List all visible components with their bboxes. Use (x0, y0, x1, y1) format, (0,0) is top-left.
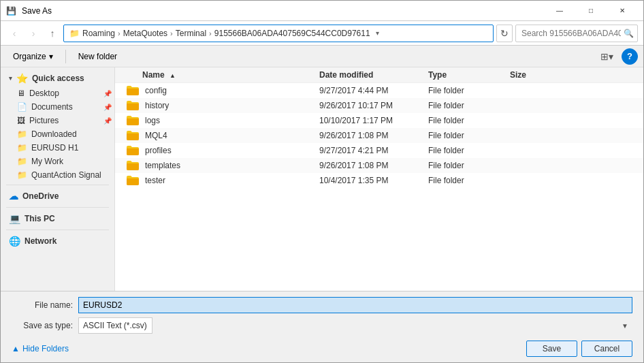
path-id[interactable]: 915566BA06ADA407569C544CC0D97611 (214, 29, 370, 38)
sidebar-item-quantaction[interactable]: 📁 QuantAction Signal (1, 168, 114, 182)
file-type: File folder (428, 146, 510, 155)
col-header-size[interactable]: Size (510, 70, 564, 80)
downloaded-label: Downloaded (31, 129, 77, 139)
sep1: › (118, 29, 120, 37)
file-type: File folder (428, 116, 510, 125)
search-input[interactable] (515, 25, 638, 42)
savetype-row: Save as type: ASCII Text (*.csv) CSV (*.… (12, 317, 632, 334)
quick-access-header[interactable]: ▾ ⭐ Quick access (1, 70, 114, 86)
sidebar-thispc[interactable]: 💻 This PC (1, 210, 114, 227)
file-name: tester (145, 176, 165, 185)
sidebar-network[interactable]: 🌐 Network (1, 233, 114, 249)
col-header-type[interactable]: Type (428, 70, 510, 80)
documents-icon: 📄 (17, 102, 27, 112)
savetype-label: Save as type: (12, 321, 73, 330)
file-date: 10/10/2017 1:17 PM (319, 116, 428, 125)
table-row[interactable]: profiles 9/27/2017 4:21 PM File folder (115, 143, 643, 158)
toolbar-right: ⊞ ▾ ? (597, 48, 638, 65)
file-type: File folder (428, 131, 510, 140)
help-button[interactable]: ? (622, 48, 638, 65)
back-button[interactable]: ‹ (6, 25, 22, 42)
path-terminal[interactable]: Terminal (176, 29, 206, 38)
savetype-select-wrapper: ASCII Text (*.csv) CSV (*.csv) Text (*.t… (78, 317, 632, 334)
minimize-button[interactable]: — (544, 1, 575, 21)
folder-icon (126, 85, 140, 96)
file-type: File folder (428, 101, 510, 110)
filename-label: File name: (12, 300, 73, 310)
pin-icon-documents: 📌 (103, 104, 112, 111)
quick-access-chevron: ▾ (9, 75, 12, 82)
file-name: history (145, 101, 169, 110)
sidebar-divider-3 (6, 230, 109, 230)
new-folder-label: New folder (78, 52, 117, 61)
sep3: › (209, 29, 212, 37)
main-content: ▾ ⭐ Quick access 🖥 Desktop 📌 📄 Documents… (1, 67, 643, 291)
sort-arrow-name: ▲ (170, 72, 176, 79)
window-title: Save As (22, 6, 52, 16)
sidebar-item-documents[interactable]: 📄 Documents 📌 (1, 100, 114, 114)
file-date: 9/27/2017 4:21 PM (319, 146, 428, 155)
sidebar-item-pictures[interactable]: 🖼 Pictures 📌 (1, 114, 114, 127)
table-row[interactable]: history 9/26/2017 10:17 PM File folder (115, 98, 643, 113)
filename-input[interactable] (78, 297, 632, 313)
up-button[interactable]: ↑ (44, 25, 61, 42)
file-date: 9/26/2017 1:08 PM (319, 161, 428, 170)
sidebar-item-desktop[interactable]: 🖥 Desktop 📌 (1, 86, 114, 100)
table-row[interactable]: logs 10/10/2017 1:17 PM File folder (115, 113, 643, 128)
table-row[interactable]: config 9/27/2017 4:44 PM File folder (115, 83, 643, 98)
desktop-label: Desktop (29, 89, 59, 98)
quantaction-folder-icon: 📁 (17, 170, 27, 180)
path-roaming[interactable]: Roaming (82, 29, 115, 38)
view-button[interactable]: ⊞ ▾ (597, 48, 616, 65)
onedrive-icon: ☁ (9, 191, 18, 202)
hide-folders-button[interactable]: ▲ Hide Folders (12, 344, 69, 353)
maximize-button[interactable]: □ (575, 1, 607, 21)
pictures-icon: 🖼 (17, 116, 25, 125)
network-icon: 🌐 (9, 236, 20, 247)
desktop-icon: 🖥 (17, 89, 25, 98)
address-path[interactable]: 📁 Roaming › MetaQuotes › Terminal › 9155… (63, 25, 494, 42)
path-metaquotes[interactable]: MetaQuotes (123, 29, 167, 38)
col-header-date[interactable]: Date modified (319, 70, 428, 80)
organize-label: Organize (13, 52, 46, 61)
folder-icon (126, 115, 140, 126)
action-row: ▲ Hide Folders Save Cancel (12, 338, 632, 357)
sidebar-item-mywork[interactable]: 📁 My Work (1, 155, 114, 168)
folder-icon (126, 175, 140, 186)
new-folder-button[interactable]: New folder (71, 48, 124, 65)
file-type: File folder (428, 161, 510, 170)
savetype-select[interactable]: ASCII Text (*.csv) CSV (*.csv) Text (*.t… (78, 317, 152, 334)
col-header-name[interactable]: Name ▲ (115, 70, 319, 80)
refresh-button[interactable]: ↻ (496, 25, 513, 42)
table-row[interactable]: tester 10/4/2017 1:35 PM File folder (115, 173, 643, 188)
save-button[interactable]: Save (526, 341, 577, 357)
close-button[interactable]: ✕ (607, 1, 638, 21)
forward-button[interactable]: › (25, 25, 42, 42)
pin-icon-pictures: 📌 (103, 117, 112, 125)
sidebar-item-eurusd[interactable]: 📁 EURUSD H1 (1, 141, 114, 155)
file-name: profiles (145, 146, 172, 155)
path-dropdown-arrow[interactable]: ▾ (376, 29, 379, 37)
pictures-label: Pictures (29, 116, 59, 125)
sidebar-onedrive[interactable]: ☁ OneDrive (1, 188, 114, 204)
table-row[interactable]: MQL4 9/26/2017 1:08 PM File folder (115, 128, 643, 143)
address-bar: ‹ › ↑ 📁 Roaming › MetaQuotes › Terminal … (1, 21, 643, 46)
save-as-dialog: 💾 Save As — □ ✕ ‹ › ↑ 📁 Roaming › MetaQu… (0, 0, 644, 363)
sidebar: ▾ ⭐ Quick access 🖥 Desktop 📌 📄 Documents… (1, 67, 115, 291)
file-date: 10/4/2017 1:35 PM (319, 176, 428, 185)
view-arrow: ▾ (609, 51, 613, 62)
sidebar-item-downloaded[interactable]: 📁 Downloaded (1, 127, 114, 141)
eurusd-label: EURUSD H1 (31, 143, 78, 153)
file-rows-container: config 9/27/2017 4:44 PM File folder his… (115, 83, 643, 188)
title-bar: 💾 Save As — □ ✕ (1, 1, 643, 21)
table-row[interactable]: templates 9/26/2017 1:08 PM File folder (115, 158, 643, 173)
sep2: › (170, 29, 173, 37)
organize-button[interactable]: Organize ▾ (6, 48, 60, 65)
window-controls: — □ ✕ (544, 1, 638, 21)
file-name-cell: tester (115, 175, 319, 186)
cancel-button[interactable]: Cancel (581, 341, 632, 357)
file-name-cell: MQL4 (115, 130, 319, 141)
toolbar-separator (65, 50, 66, 63)
organize-arrow: ▾ (49, 52, 53, 61)
documents-label: Documents (31, 102, 73, 112)
